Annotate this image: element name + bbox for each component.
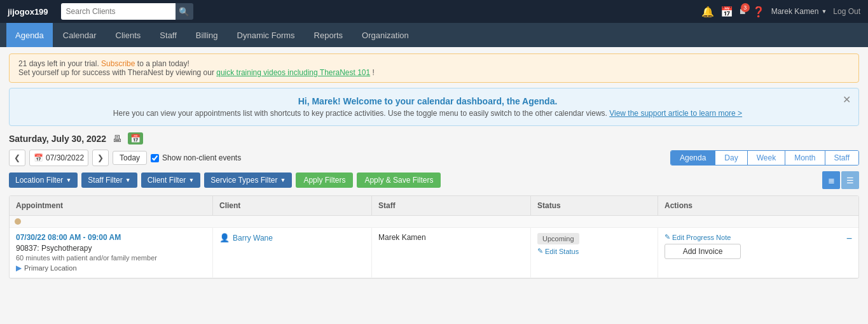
subscribe-link[interactable]: Subscribe bbox=[101, 59, 135, 68]
client-link[interactable]: Barry Wane bbox=[233, 234, 273, 243]
user-chevron-icon: ▼ bbox=[821, 8, 827, 15]
view-staff-tab[interactable]: Staff bbox=[825, 151, 858, 165]
notification-bell-icon[interactable]: 🔔 bbox=[701, 6, 714, 18]
datepicker-icon: 📅 bbox=[34, 153, 43, 162]
status-cell: Upcoming ✎ Edit Status bbox=[531, 228, 658, 278]
staff-cell: Marek Kamen bbox=[372, 228, 531, 278]
appointment-cell: 07/30/22 08:00 AM - 09:00 AM 90837: Psyc… bbox=[10, 228, 213, 278]
controls-row: ❮ 📅 07/30/2022 ❯ Today Show non-client e… bbox=[9, 150, 859, 166]
service-types-filter-button[interactable]: Service Types Filter ▼ bbox=[204, 173, 292, 188]
list-view-icons: ≣ ☰ bbox=[822, 171, 859, 189]
apply-save-filters-button[interactable]: Apply & Save Filters bbox=[357, 173, 441, 188]
brand-name: jijogox199 bbox=[8, 7, 48, 17]
current-date-label: Saturday, July 30, 2022 bbox=[9, 134, 106, 144]
header-staff: Staff bbox=[372, 196, 531, 215]
appointment-location: ▶ Primary Location bbox=[16, 264, 206, 272]
view-agenda-tab[interactable]: Agenda bbox=[671, 151, 715, 165]
welcome-title: Hi, Marek! Welcome to your calendar dash… bbox=[20, 96, 836, 106]
trial-banner: 21 days left in your trial. Subscribe to… bbox=[9, 53, 859, 83]
client-filter-button[interactable]: Client Filter ▼ bbox=[141, 173, 201, 188]
view-toggle: Agenda Day Week Month Staff bbox=[670, 150, 859, 166]
user-menu[interactable]: Marek Kamen ▼ bbox=[771, 7, 827, 16]
pencil-icon: ✎ bbox=[537, 247, 543, 255]
nav-agenda[interactable]: Agenda bbox=[6, 23, 53, 47]
messages-icon[interactable]: ■ 3 bbox=[740, 6, 746, 17]
client-icon: 👤 bbox=[219, 233, 230, 243]
nav-calendar[interactable]: Calendar bbox=[54, 23, 106, 47]
header-actions: Actions bbox=[658, 196, 858, 215]
view-day-tab[interactable]: Day bbox=[715, 151, 747, 165]
appointment-time: 07/30/22 08:00 AM - 09:00 AM bbox=[16, 233, 206, 242]
topbar: jijogox199 🔍 🔔 📅 ■ 3 ❓ Marek Kamen ▼ Log… bbox=[0, 0, 868, 23]
status-badge: Upcoming bbox=[537, 233, 579, 244]
nav-clients[interactable]: Clients bbox=[107, 23, 150, 47]
welcome-body: Here you can view your appointments list… bbox=[20, 109, 836, 118]
show-non-client-checkbox-label[interactable]: Show non-client events bbox=[151, 153, 241, 162]
appointment-notes: 60 minutes with patient and/or family me… bbox=[16, 254, 206, 262]
calendar-icon[interactable]: 📅 bbox=[720, 6, 733, 18]
training-link[interactable]: quick training videos including TheraNes… bbox=[216, 68, 370, 77]
pencil2-icon: ✎ bbox=[665, 233, 670, 241]
table-header: Appointment Client Staff Status Actions bbox=[10, 196, 858, 216]
location-filter-button[interactable]: Location Filter ▼ bbox=[9, 173, 78, 188]
prev-date-button[interactable]: ❮ bbox=[9, 150, 25, 166]
help-icon[interactable]: ❓ bbox=[752, 6, 765, 18]
appointments-table: Appointment Client Staff Status Actions … bbox=[9, 195, 859, 279]
navbar: Agenda Calendar Clients Staff Billing Dy… bbox=[0, 23, 868, 47]
support-link[interactable]: View the support article to learn more > bbox=[609, 109, 742, 118]
logout-link[interactable]: Log Out bbox=[833, 7, 860, 16]
date-dot-icon bbox=[15, 218, 21, 225]
date-picker[interactable]: 📅 07/30/2022 bbox=[29, 150, 88, 166]
edit-status-link[interactable]: ✎ Edit Status bbox=[537, 247, 651, 255]
nav-dynamic-forms[interactable]: Dynamic Forms bbox=[228, 23, 304, 47]
date-separator bbox=[10, 216, 858, 228]
trial-suffix: ! bbox=[373, 68, 375, 77]
list-view-button[interactable]: ≣ bbox=[822, 171, 840, 189]
show-non-client-checkbox[interactable] bbox=[151, 154, 159, 162]
client-cell: 👤 Barry Wane bbox=[213, 228, 372, 278]
message-badge: 3 bbox=[741, 3, 750, 12]
view-month-tab[interactable]: Month bbox=[785, 151, 825, 165]
actions-cell: − ✎ Edit Progress Note Add Invoice bbox=[658, 228, 858, 278]
nav-organization[interactable]: Organization bbox=[353, 23, 418, 47]
next-date-button[interactable]: ❯ bbox=[92, 150, 109, 166]
header-appointment: Appointment bbox=[10, 196, 213, 215]
staff-filter-chevron-icon: ▼ bbox=[125, 177, 131, 183]
compact-view-button[interactable]: ☰ bbox=[841, 171, 859, 189]
service-types-filter-chevron-icon: ▼ bbox=[280, 177, 286, 183]
client-name: 👤 Barry Wane bbox=[219, 233, 365, 243]
view-week-tab[interactable]: Week bbox=[748, 151, 785, 165]
welcome-banner: Hi, Marek! Welcome to your calendar dash… bbox=[9, 88, 859, 126]
search-area: 🔍 bbox=[61, 3, 201, 20]
filter-row: Location Filter ▼ Staff Filter ▼ Client … bbox=[9, 171, 859, 189]
appointment-service: 90837: Psychotherapy bbox=[16, 244, 206, 253]
header-client: Client bbox=[213, 196, 372, 215]
apply-filters-button[interactable]: Apply Filters bbox=[296, 173, 353, 188]
edit-progress-note-link[interactable]: ✎ Edit Progress Note bbox=[665, 233, 846, 241]
nav-staff[interactable]: Staff bbox=[151, 23, 186, 47]
welcome-close-button[interactable]: ✕ bbox=[843, 94, 851, 106]
topbar-icons: 🔔 📅 ■ 3 ❓ Marek Kamen ▼ Log Out bbox=[701, 6, 860, 18]
table-row: 07/30/22 08:00 AM - 09:00 AM 90837: Psyc… bbox=[10, 228, 858, 278]
print-icon[interactable]: 🖶 bbox=[113, 134, 121, 144]
nav-reports[interactable]: Reports bbox=[305, 23, 352, 47]
main-content: 21 days left in your trial. Subscribe to… bbox=[0, 47, 868, 285]
today-button[interactable]: Today bbox=[113, 151, 147, 165]
staff-name: Marek Kamen bbox=[378, 233, 426, 242]
client-filter-chevron-icon: ▼ bbox=[188, 177, 194, 183]
search-button[interactable]: 🔍 bbox=[176, 3, 193, 20]
video-icon: ▶ bbox=[16, 264, 22, 272]
calendar-nav-icon[interactable]: 📅 bbox=[128, 132, 143, 144]
staff-filter-button[interactable]: Staff Filter ▼ bbox=[81, 173, 137, 188]
collapse-button[interactable]: − bbox=[846, 233, 852, 244]
location-filter-chevron-icon: ▼ bbox=[65, 177, 71, 183]
trial-days: 21 days left in your trial. bbox=[18, 59, 99, 68]
nav-billing[interactable]: Billing bbox=[187, 23, 227, 47]
header-status: Status bbox=[531, 196, 658, 215]
date-header: Saturday, July 30, 2022 🖶 📅 bbox=[9, 132, 859, 144]
search-input[interactable] bbox=[61, 3, 176, 20]
trial-message: to a plan today! bbox=[137, 59, 189, 68]
selected-date: 07/30/2022 bbox=[46, 153, 84, 162]
add-invoice-button[interactable]: Add Invoice bbox=[665, 244, 741, 259]
trial-secondary: Set yourself up for success with TheraNe… bbox=[18, 68, 216, 77]
